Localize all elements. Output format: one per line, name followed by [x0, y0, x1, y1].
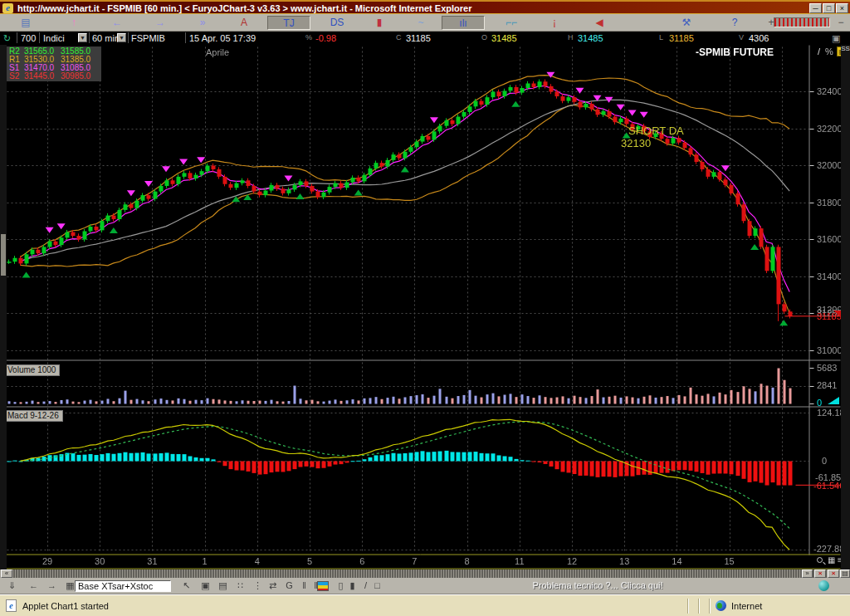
low-label: L [659, 33, 663, 42]
delete-study-button[interactable]: × [814, 570, 826, 578]
price-tick: 31800 [817, 198, 843, 208]
date-tick: 7 [405, 556, 423, 566]
legend-v1: 31445.0 [24, 72, 61, 81]
high-value: 31485 [578, 33, 603, 43]
pivot-legend: R231565.031585.0R131530.031385.0S131470.… [7, 46, 101, 81]
date-tick: 30 [90, 556, 109, 566]
indicator-panel-icon[interactable]: TJ [267, 16, 310, 30]
empty-box-icon[interactable]: □ [369, 579, 386, 593]
zoom-out-icon[interactable]: − [830, 16, 850, 30]
date-tick: 15 [721, 556, 739, 566]
volume-value: 4306 [749, 33, 769, 43]
date-tick: 12 [563, 556, 581, 566]
percent-tool-icon[interactable]: % [825, 46, 833, 56]
price-tick: 32400 [817, 86, 843, 96]
macd-tick-bottom: -227.88 [813, 544, 844, 554]
print-button[interactable]: ▤ [840, 570, 850, 578]
bar-style-icon[interactable]: ılı [442, 16, 485, 30]
close-button[interactable]: × [836, 3, 848, 13]
page-forward-icon[interactable]: → [43, 579, 61, 593]
window-title: http://www.jchart.it - FSPMIB [60 min.] … [17, 3, 471, 13]
price-chart-canvas[interactable] [0, 45, 841, 570]
candle-style-icon[interactable]: ▮ [369, 16, 390, 30]
help-icon[interactable]: ? [724, 16, 745, 30]
symbol-field[interactable]: FSPMIB [131, 33, 165, 43]
data-source-icon[interactable]: DS [326, 16, 348, 30]
date-tick: 31 [143, 556, 161, 566]
back-arrow-icon[interactable]: ← [106, 16, 128, 30]
price-tick: 32000 [817, 160, 843, 170]
zoom-tool-icon[interactable] [817, 557, 823, 563]
close-value: 31185 [406, 33, 431, 43]
scroll-right-button[interactable]: » [802, 570, 813, 578]
detach-window-icon[interactable]: ▣ [832, 33, 840, 44]
date-tick: 29 [38, 556, 56, 566]
trendline-tool-icon[interactable]: / [818, 46, 820, 56]
connection-sphere-icon [818, 580, 829, 591]
short-annotation: SHORT DA 32130 [628, 125, 684, 149]
film-icon[interactable]: ▤ [214, 579, 232, 593]
palette-grid-icon[interactable]: ▦ [61, 579, 79, 593]
date-tick: 4 [248, 556, 266, 566]
left-scroll-thumb[interactable] [1, 234, 6, 276]
date-tick: 8 [458, 556, 476, 566]
grid-dots-icon[interactable]: ∷ [232, 579, 249, 593]
symbol-count: 700 [21, 33, 36, 43]
right-scroll-strip[interactable]: SS [841, 45, 850, 570]
legend-row-s2: S231445.030985.0 [9, 72, 99, 81]
snapshot-icon[interactable]: ▣ [197, 579, 214, 593]
chart-applet-area: R231565.031585.0R131530.031385.0S131470.… [0, 45, 850, 570]
marker-left-icon[interactable]: ◀ [589, 16, 610, 30]
interval-select-value[interactable]: 60 min [92, 33, 120, 43]
maximize-button[interactable]: □ [823, 3, 835, 13]
save-chart-icon[interactable]: ⇓ [3, 579, 21, 593]
pct-label: % [305, 33, 312, 42]
font-size-icon[interactable]: A [233, 16, 255, 30]
zone-label: Internet [731, 601, 762, 611]
tech-problem-link[interactable]: Problema tecnico ?... Clicca qui! [498, 580, 697, 590]
chart-hscrollbar[interactable]: « » × × ▤ [0, 570, 850, 578]
interval-dropdown-icon[interactable]: ▾ [117, 33, 126, 42]
market-dropdown-icon[interactable]: ▾ [78, 33, 87, 42]
transfer-icon[interactable]: ⇄ [264, 579, 281, 593]
layout-b-icon[interactable]: ‖ [307, 579, 325, 593]
pointer-icon[interactable]: ↖ [178, 579, 195, 593]
fast-forward-icon[interactable]: » [192, 16, 213, 30]
scroll-left-button[interactable]: « [1, 570, 12, 578]
upload-arrow-icon[interactable]: ↑ [63, 16, 85, 30]
grid-toggle-icon[interactable]: ▦ [828, 555, 835, 565]
page-back-icon[interactable]: ← [25, 579, 42, 593]
date-tick: 11 [510, 556, 529, 566]
minimize-button[interactable]: ─ [809, 3, 822, 13]
quote-datetime: 15 Apr. 05 17:39 [189, 33, 256, 43]
settings-wrench-icon[interactable]: ⚒ [676, 16, 697, 30]
pct-change: -0.98 [315, 33, 336, 43]
browser-window: e http://www.jchart.it - FSPMIB [60 min.… [0, 0, 850, 616]
market-select-value[interactable]: Indici [43, 33, 65, 43]
step-style-icon[interactable]: ⌐⌐ [501, 16, 522, 30]
forward-arrow-icon[interactable]: → [149, 16, 171, 30]
ie-logo-icon: e [2, 3, 13, 13]
price-tick: 31600 [817, 234, 843, 244]
volume-trend-wedge-icon [828, 397, 839, 404]
template-combobox[interactable] [75, 580, 171, 592]
refresh-icon[interactable]: ↻ [3, 33, 11, 44]
quote-info-bar: ↻ 700 Indici ▾ 60 min ▾ FSPMIB 15 Apr. 0… [0, 32, 850, 45]
status-bar: e Applet Chart1 started Internet [0, 594, 850, 616]
left-scroll-strip[interactable] [0, 45, 7, 570]
delete-all-button[interactable]: × [828, 570, 839, 578]
status-text: Applet Chart1 started [22, 601, 109, 611]
zoom-strip-icon[interactable] [774, 17, 830, 27]
high-label: H [568, 33, 574, 42]
short-annotation-text: SHORT DA [628, 125, 684, 137]
applet-doc-icon: e [6, 599, 17, 612]
date-tick: 1 [196, 556, 214, 566]
volume-label: V [739, 33, 744, 42]
marker-pin-icon[interactable]: ¡ [544, 16, 565, 30]
volume-tick-1: 5683 [817, 363, 837, 373]
price-tick: 31000 [817, 345, 843, 355]
open-chart-icon[interactable]: ▤ [15, 16, 37, 30]
line-style-icon[interactable]: ~ [410, 16, 432, 30]
macd-panel-label: Macd 9-12-26 [3, 410, 63, 422]
date-tick: 5 [300, 556, 319, 566]
